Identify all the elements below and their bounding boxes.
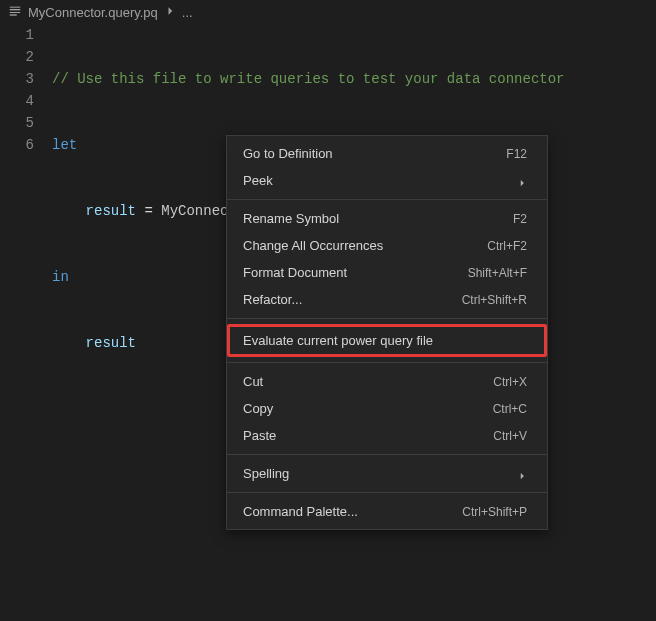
menu-separator: [227, 318, 547, 319]
menu-cut[interactable]: Cut Ctrl+X: [227, 368, 547, 395]
menu-label: Rename Symbol: [243, 211, 339, 226]
menu-separator: [227, 362, 547, 363]
menu-shortcut: F2: [513, 212, 527, 226]
menu-shortcut: Ctrl+C: [493, 402, 527, 416]
menu-spelling[interactable]: Spelling: [227, 460, 547, 487]
menu-evaluate-pq[interactable]: Evaluate current power query file: [230, 327, 544, 354]
menu-label: Go to Definition: [243, 146, 333, 161]
menu-label: Paste: [243, 428, 276, 443]
code-ident: result: [86, 203, 136, 219]
menu-label: Evaluate current power query file: [243, 333, 433, 348]
line-gutter: 1 2 3 4 5 6: [0, 24, 52, 464]
line-number: 3: [0, 68, 34, 90]
menu-label: Peek: [243, 173, 273, 188]
menu-label: Cut: [243, 374, 263, 389]
menu-shortcut: Ctrl+Shift+R: [462, 293, 527, 307]
menu-label: Refactor...: [243, 292, 302, 307]
code-keyword-let: let: [52, 137, 77, 153]
line-number: 6: [0, 134, 34, 156]
line-number: 2: [0, 46, 34, 68]
code-op: =: [136, 203, 161, 219]
chevron-right-icon: [517, 176, 527, 186]
menu-command-palette[interactable]: Command Palette... Ctrl+Shift+P: [227, 498, 547, 525]
menu-refactor[interactable]: Refactor... Ctrl+Shift+R: [227, 286, 547, 313]
menu-copy[interactable]: Copy Ctrl+C: [227, 395, 547, 422]
chevron-right-icon: [164, 5, 176, 20]
menu-shortcut: Shift+Alt+F: [468, 266, 527, 280]
menu-shortcut: Ctrl+V: [493, 429, 527, 443]
menu-separator: [227, 199, 547, 200]
menu-paste[interactable]: Paste Ctrl+V: [227, 422, 547, 449]
menu-shortcut: Ctrl+F2: [487, 239, 527, 253]
chevron-right-icon: [517, 469, 527, 479]
menu-label: Command Palette...: [243, 504, 358, 519]
menu-rename-symbol[interactable]: Rename Symbol F2: [227, 205, 547, 232]
breadcrumb-file[interactable]: MyConnector.query.pq: [28, 5, 158, 20]
line-number: 4: [0, 90, 34, 112]
breadcrumb: MyConnector.query.pq ...: [0, 0, 656, 24]
line-number: 5: [0, 112, 34, 134]
menu-goto-definition[interactable]: Go to Definition F12: [227, 140, 547, 167]
code-keyword-in: in: [52, 269, 69, 285]
menu-label: Copy: [243, 401, 273, 416]
menu-change-all[interactable]: Change All Occurrences Ctrl+F2: [227, 232, 547, 259]
menu-format-document[interactable]: Format Document Shift+Alt+F: [227, 259, 547, 286]
menu-shortcut: Ctrl+Shift+P: [462, 505, 527, 519]
highlight-annotation: Evaluate current power query file: [227, 324, 547, 357]
menu-separator: [227, 454, 547, 455]
line-number: 1: [0, 24, 34, 46]
menu-separator: [227, 492, 547, 493]
menu-peek[interactable]: Peek: [227, 167, 547, 194]
menu-shortcut: Ctrl+X: [493, 375, 527, 389]
menu-label: Format Document: [243, 265, 347, 280]
menu-shortcut: F12: [506, 147, 527, 161]
file-icon: [8, 4, 22, 21]
menu-label: Spelling: [243, 466, 289, 481]
menu-label: Change All Occurrences: [243, 238, 383, 253]
breadcrumb-ellipsis[interactable]: ...: [182, 5, 193, 20]
code-comment: // Use this file to write queries to tes…: [52, 71, 564, 87]
code-ident: result: [86, 335, 136, 351]
context-menu: Go to Definition F12 Peek Rename Symbol …: [226, 135, 548, 530]
